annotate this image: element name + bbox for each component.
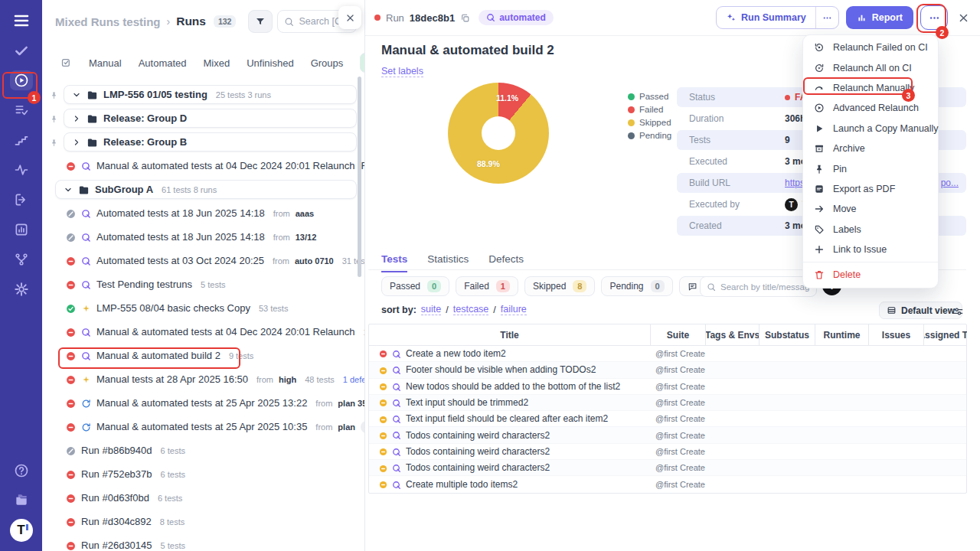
table-row[interactable]: Text input field should be cleared after… xyxy=(369,411,966,427)
run-title-link[interactable]: Run #b86b940d xyxy=(81,445,152,456)
menu-item-labels[interactable]: Labels xyxy=(803,220,938,240)
menu-item-delete[interactable]: Delete xyxy=(803,265,938,285)
runs-list-scrollbar[interactable] xyxy=(358,77,361,277)
run-more-actions-button[interactable] xyxy=(920,5,948,30)
run-defects-link[interactable]: 1 defects xyxy=(343,375,364,384)
column-header-substatus[interactable]: Substatus xyxy=(760,324,815,345)
menu-item-relaunch-all-on-ci[interactable]: Relaunch All on CI xyxy=(803,57,938,77)
run-title-link[interactable]: Manual & automated build 2 xyxy=(96,350,220,361)
column-header-issues[interactable]: Issues xyxy=(869,324,924,345)
table-row[interactable]: Text input should be trimmed2@first Crea… xyxy=(369,395,966,411)
run-title-link[interactable]: Automated tests at 18 Jun 2025 14:18 xyxy=(96,207,265,219)
menu-item-archive[interactable]: Archive xyxy=(803,139,938,158)
column-header-suite[interactable]: Suite xyxy=(651,324,706,345)
runs-tab-automated[interactable]: Automated xyxy=(139,57,187,69)
sidebar-item-testcases[interactable] xyxy=(10,100,33,120)
runs-tab-manual[interactable]: Manual xyxy=(89,57,122,69)
menu-item-pin[interactable]: Pin xyxy=(803,158,938,178)
sidebar-item-runs[interactable] xyxy=(10,70,33,90)
runs-tab-mixed[interactable]: Mixed xyxy=(204,57,230,69)
chip-failed[interactable]: Failed1 xyxy=(456,276,518,296)
run-title-link[interactable]: Run #0d63f0bd xyxy=(81,492,149,504)
sidebar-item-checks[interactable] xyxy=(10,41,33,60)
run-title-link[interactable]: Manual tests at 28 Apr 2025 16:50 xyxy=(96,373,248,385)
run-title-link[interactable]: Test Pending testruns xyxy=(96,279,192,290)
run-title-link[interactable]: Manual & automated tests at 04 Dec 2024 … xyxy=(96,326,355,337)
table-row[interactable]: New todos should be added to the bottom … xyxy=(369,379,966,395)
run-title-link[interactable]: LMP-555 08/04 basic checks Copy xyxy=(96,302,250,314)
table-row[interactable]: Todos containing weird characters2@first… xyxy=(369,444,966,460)
empty-cell xyxy=(924,411,967,426)
menu-item-launch-a-copy-manually[interactable]: Launch a Copy Manually xyxy=(803,119,938,139)
sort-by-suite-link[interactable]: suite xyxy=(421,304,441,315)
chevron-right-icon-wrap[interactable] xyxy=(72,135,81,149)
group-card[interactable]: LMP-556 01/05 testing25 tests 3 runs xyxy=(64,85,357,104)
run-from-value: plan 35 xyxy=(338,399,364,408)
sidebar-item-import[interactable] xyxy=(10,190,33,210)
column-header-assigned-to[interactable]: Assigned To xyxy=(924,324,967,345)
filter-button[interactable] xyxy=(248,10,273,33)
run-title-link[interactable]: Run #752eb37b xyxy=(81,468,152,480)
run-title-link[interactable]: Run #26d30145 xyxy=(81,540,152,551)
table-row[interactable]: Todos containing weird characters2@first… xyxy=(369,460,966,476)
menu-item-link-to-issue[interactable]: Link to Issue xyxy=(803,240,938,259)
run-title-link[interactable]: Automated tests at 18 Jun 2025 14:18 xyxy=(96,231,265,243)
sidebar-item-projects[interactable] xyxy=(10,490,33,510)
select-all-icon[interactable] xyxy=(60,56,72,70)
run-title-link[interactable]: Manual & automated tests at 25 Apr 2025 … xyxy=(96,397,307,409)
run-summary-more-button[interactable] xyxy=(815,7,838,28)
sidebar-item-reports[interactable] xyxy=(10,220,33,240)
menu-item-relaunch-failed-on-ci[interactable]: Relaunch Failed on CI xyxy=(803,37,938,57)
app-logo[interactable]: T xyxy=(10,519,33,542)
breadcrumb-project[interactable]: Mixed Runs testing xyxy=(55,15,161,28)
group-card[interactable]: SubGroup A61 tests 8 runs xyxy=(55,180,357,199)
group-title: SubGroup A xyxy=(95,184,153,195)
chip-pending[interactable]: Pending0 xyxy=(601,276,672,296)
run-title-link[interactable]: Run #d304c892 xyxy=(81,516,152,527)
chevron-down-icon-wrap[interactable] xyxy=(64,183,73,197)
runs-tab-groups[interactable]: Groups xyxy=(311,57,344,69)
table-row[interactable]: Create multiple todo items2@first Create… xyxy=(369,476,966,492)
runs-tab-unfinished[interactable]: Unfinished xyxy=(247,57,293,69)
sidebar-item-menu[interactable] xyxy=(10,11,33,31)
default-view-button[interactable]: Default view xyxy=(879,302,962,319)
runs-tab-to[interactable]: To xyxy=(360,53,364,73)
table-row[interactable]: Footer should be visible when adding TOD… xyxy=(369,362,966,378)
column-header-title[interactable]: Title xyxy=(369,324,651,345)
sidebar-item-help[interactable] xyxy=(10,461,33,481)
sidebar-item-settings[interactable] xyxy=(10,279,33,299)
run-title-link[interactable]: Automated tests at 03 Oct 2024 20:25 xyxy=(96,255,264,266)
menu-item-export-as-pdf[interactable]: Export as PDF xyxy=(803,179,938,199)
group-card[interactable]: Release: Group D xyxy=(64,109,357,128)
sort-by-testcase-link[interactable]: testcase xyxy=(453,304,489,315)
set-labels-link[interactable]: Set labels xyxy=(381,66,423,77)
group-card[interactable]: Release: Group B xyxy=(64,132,357,152)
run-from-label: from xyxy=(315,422,332,432)
menu-item-advanced-relaunch[interactable]: Advanced Relaunch xyxy=(803,98,938,118)
chevron-right-icon-wrap[interactable] xyxy=(72,112,81,126)
column-header-tags-envs[interactable]: Tags & Envs xyxy=(706,324,760,345)
report-button[interactable]: Report xyxy=(846,6,913,29)
sort-by-failure-link[interactable]: failure xyxy=(501,304,527,315)
column-header-runtime[interactable]: Runtime xyxy=(815,324,869,345)
table-row[interactable]: Create a new todo item2@first Create ... xyxy=(369,346,966,362)
view-settings-button[interactable] xyxy=(952,304,964,318)
menu-item-move[interactable]: Move xyxy=(803,199,938,219)
chevron-down-icon-wrap[interactable] xyxy=(72,88,81,102)
chip-passed[interactable]: Passed0 xyxy=(381,276,449,296)
table-row[interactable]: Todos containing weird characters2@first… xyxy=(369,427,966,443)
run-detail-close-button[interactable] xyxy=(958,11,969,24)
copy-run-id-button[interactable] xyxy=(460,11,470,24)
run-summary-button[interactable]: Run Summary xyxy=(716,6,839,29)
automated-chip[interactable]: automated xyxy=(479,10,554,25)
build-url-link-end[interactable]: po... xyxy=(941,178,959,188)
sidebar-item-branches[interactable] xyxy=(10,249,33,269)
chip-skipped[interactable]: Skipped8 xyxy=(524,276,596,296)
panel-close-button[interactable] xyxy=(338,6,361,29)
run-title-link[interactable]: Manual & automated tests at 25 Apr 2025 … xyxy=(96,421,307,432)
run-title-link[interactable]: Manual & automated tests at 04 Dec 2024 … xyxy=(96,160,364,171)
menu-item-relaunch-manually[interactable]: Relaunch Manually xyxy=(803,78,938,98)
sidebar-item-analytics[interactable] xyxy=(10,160,33,180)
sidebar-item-steps[interactable] xyxy=(10,130,33,150)
tests-search-input[interactable] xyxy=(720,282,810,292)
